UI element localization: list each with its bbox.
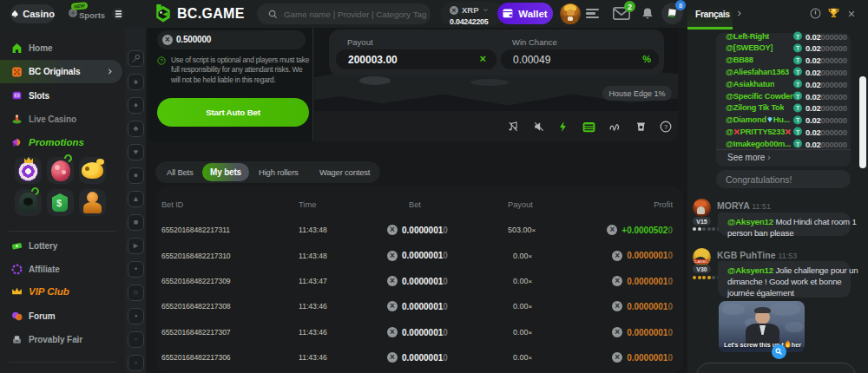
svg-text:?: ? xyxy=(664,123,667,131)
svg-text:?: ? xyxy=(160,58,163,63)
